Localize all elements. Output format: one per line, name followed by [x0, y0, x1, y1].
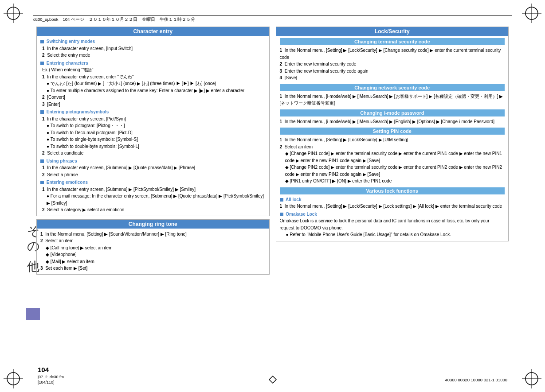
pin-code-header: Setting PIN code: [280, 128, 505, 135]
ring-diamond1: ◆ [Call ring tone] ▶ select an item: [46, 245, 266, 252]
entering-chars-label: Entering characters: [40, 60, 266, 67]
pictogram-label: Entering pictograms/symbols: [40, 109, 266, 116]
main-content: Character entry Switching entry modes 1 …: [36, 27, 509, 365]
switching-step1: 1 In the character entry screen, [Input …: [42, 45, 266, 52]
phrases-step2: 2 Select a phrase: [42, 171, 266, 179]
entering-step1: 1 In the character entry screen, enter "…: [42, 74, 266, 81]
pict-bullet1: ● To switch to pictogram: [Pictog・・・]: [47, 122, 266, 129]
all-lock-label: All lock: [280, 196, 505, 203]
terminal-security-content: 1 In the Normal menu, [Setting] ▶ [Lock/…: [280, 47, 505, 82]
ip-step1: 1 In the Normal menu, [i-mode/web] ▶ [iM…: [280, 118, 505, 125]
entering-example: Ex.) When entering "電話": [42, 66, 266, 74]
emoticons-step1: 1 In the character entry screen, [Submen…: [42, 186, 266, 193]
omakase-lock-label: Omakase Lock: [280, 211, 505, 218]
pictogram-step2: 2 Select a candidate: [42, 150, 266, 157]
emoticons-label: Entering emoticons: [40, 179, 266, 186]
svg-marker-12: [269, 376, 276, 383]
ring-tone-header: Changing ring tone: [37, 220, 269, 229]
pictogram-step1: 1 In the character entry screen, [Pict/S…: [42, 116, 266, 123]
pict-bullet4: ● To switch to double-byte symbols: [Sym…: [47, 143, 266, 150]
reg-mark-bl: [4, 369, 23, 388]
top-bar: dc30_uj.book 104 ページ ２０１０年１０月２２日 金曜日 午後１…: [33, 15, 512, 23]
square-bullet-1: [40, 40, 44, 43]
phrases-step1: 1 In the character entry screen, [Submen…: [42, 164, 266, 171]
pict-bullet2: ● To switch to Deco-mail pictogram: [Pic…: [47, 129, 266, 136]
various-lock-content: All lock 1 In the Normal menu, [Setting]…: [280, 196, 505, 238]
left-column: Character entry Switching entry modes 1 …: [36, 27, 270, 365]
pin-diamond1: ◆ [Change PIN1 code] ▶ enter the termina…: [285, 150, 505, 164]
emoticons-step2: 2 Select a category ▶ select an emoticon: [42, 206, 266, 213]
imode-password-content: 1 In the Normal menu, [i-mode/web] ▶ [iM…: [280, 118, 505, 125]
ring-step3: 3 Set each item ▶ [Set]: [40, 265, 266, 272]
character-entry-header: Character entry: [37, 27, 269, 36]
ts-step2: 2 Enter the new terminal security code: [280, 61, 505, 68]
lock-security-header: Lock/Security: [276, 27, 509, 36]
right-column: Lock/Security Changing terminal security…: [276, 27, 509, 365]
reg-mark-tl: [4, 4, 23, 23]
emoticons-bullet1: ● For a mail message: In the character e…: [47, 193, 266, 206]
bottom-file-ref: j07_2_dc30.fm [104/110]: [38, 374, 64, 385]
network-security-header: Changing network security code: [280, 84, 505, 91]
ring-step1: 1 In the Normal menu, [Setting] ▶ [Sound…: [40, 231, 266, 238]
ring-diamond3: ◆ [Mail] ▶ select an item: [46, 258, 266, 265]
pin-diamond3: ◆ [PIN1 entry ON/OFF] ▶ [ON] ▶ enter the…: [285, 178, 505, 185]
lock-security-content: Changing terminal security code 1 In the…: [276, 38, 509, 241]
square-bullet-2: [40, 62, 44, 65]
bottom-diamond: [268, 375, 277, 384]
entering-step3: 3 [Enter]: [42, 101, 266, 108]
pin-code-content: 1 In the Normal menu, [Setting] ▶ [Lock/…: [280, 136, 505, 185]
entering-step2: 2 [Convert]: [42, 94, 266, 101]
phrases-label: Using phrases: [40, 158, 266, 165]
reg-mark-br: [522, 369, 541, 388]
pin-step1: 1 In the Normal menu, [Setting] ▶ [Lock/…: [280, 136, 505, 144]
switching-entry-label: Switching entry modes: [40, 38, 266, 45]
omakase-bullet: ● Refer to "Mobile Phone User's Guide [B…: [286, 231, 505, 238]
alllock-step1: 1 In the Normal menu, [Setting] ▶ [Lock/…: [280, 203, 505, 210]
bottom-code: 40300 00320 10000 021-1 01000: [445, 377, 507, 382]
square-bullet-3: [40, 110, 44, 114]
ts-step3: 3 Enter the new terminal security code a…: [280, 68, 505, 75]
pin-step2: 2 Select an item: [280, 144, 505, 151]
entering-bullet2: ● To enter multiple characters assigned …: [47, 87, 266, 94]
ring-diamond2: ◆ [Videophone]: [46, 251, 266, 258]
character-entry-section: Character entry Switching entry modes 1 …: [36, 27, 270, 216]
ring-tone-section: Changing ring tone 1 In the Normal menu,…: [36, 219, 270, 275]
various-lock-header: Various lock functions: [280, 187, 505, 194]
ring-tone-content: 1 In the Normal menu, [Setting] ▶ [Sound…: [37, 229, 269, 274]
bottom-file-line2: [104/110]: [38, 380, 64, 385]
switching-step2: 2 Select the entry mode: [42, 52, 266, 59]
bottom-file-line1: j07_2_dc30.fm: [38, 374, 64, 380]
square-bullet-alllock: [280, 198, 283, 202]
pict-bullet3: ● To switch to single-byte symbols: [Sym…: [47, 136, 266, 143]
pin-diamond2: ◆ [Change PIN2 code] ▶ enter the termina…: [285, 164, 505, 178]
omakase-body: Omakase Lock is a service to lock the pe…: [280, 217, 505, 231]
file-info: dc30_uj.book 104 ページ ２０１０年１０月２２日 金曜日 午後１…: [33, 17, 195, 22]
ts-step1: 1 In the Normal menu, [Setting] ▶ [Lock/…: [280, 47, 505, 61]
terminal-security-header: Changing terminal security code: [280, 38, 505, 45]
character-entry-content: Switching entry modes 1 In the character…: [37, 36, 269, 216]
page-number: 104: [38, 366, 49, 373]
lock-security-section: Lock/Security Changing terminal security…: [276, 27, 509, 241]
reg-mark-tr: [522, 4, 541, 23]
square-bullet-omakase: [280, 213, 283, 216]
ns-step1: 1 In the Normal menu, [i-mode/web] ▶ [iM…: [280, 93, 505, 107]
imode-password-header: Changing i-mode password: [280, 109, 505, 116]
ring-step2: 2 Select an item: [40, 237, 266, 245]
square-bullet-4: [40, 159, 44, 163]
network-security-content: 1 In the Normal menu, [i-mode/web] ▶ [iM…: [280, 93, 505, 107]
entering-bullet1: ● でんわ: [た] (four times) ▶ [゛大/小↓] (once)…: [47, 80, 266, 87]
square-bullet-5: [40, 181, 44, 184]
ts-step4: 4 [Save]: [280, 74, 505, 82]
